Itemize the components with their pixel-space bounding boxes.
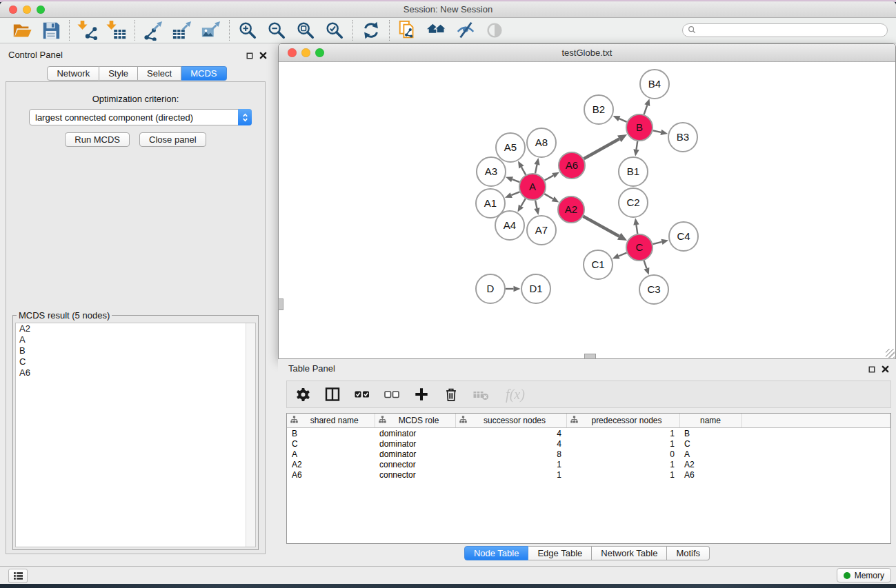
column-header-predecessor-nodes[interactable]: predecessor nodes — [566, 414, 679, 428]
export-image-button[interactable] — [199, 20, 223, 41]
table-cell[interactable]: dominator — [375, 449, 455, 459]
graph-edge-A-A4[interactable] — [521, 199, 526, 206]
table-cell[interactable]: 0 — [566, 449, 679, 459]
graph-node-A6[interactable]: A6 — [559, 152, 585, 179]
graph-node-A5[interactable]: A5 — [496, 133, 525, 162]
minimize-window-button[interactable] — [23, 6, 31, 14]
table-cell[interactable]: 4 — [455, 438, 566, 449]
mcds-list-scrollbar[interactable] — [246, 323, 255, 547]
zoom-out-button[interactable] — [265, 20, 288, 41]
table-row[interactable]: A2connector11A2 — [287, 459, 890, 469]
open-session-button[interactable] — [10, 20, 34, 41]
column-browser-button[interactable] — [323, 385, 341, 403]
graph-node-A8[interactable]: A8 — [527, 128, 556, 157]
close-table-panel-icon[interactable] — [882, 363, 889, 376]
graph-edge-A2-C[interactable] — [583, 216, 619, 236]
table-cell[interactable]: A — [287, 449, 375, 459]
close-panel-button[interactable]: Close panel — [139, 132, 206, 147]
graph-node-B3[interactable]: B3 — [668, 123, 697, 152]
table-cell[interactable]: A2 — [679, 459, 741, 469]
optimization-criterion-select[interactable]: largest connected component (directed) — [29, 109, 252, 125]
graph-edge-A-A8[interactable] — [535, 165, 537, 174]
graph-node-A4[interactable]: A4 — [495, 211, 524, 240]
zoom-fit-button[interactable] — [294, 20, 317, 41]
table-cell[interactable]: dominator — [375, 428, 455, 439]
graph-edge-A-A7[interactable] — [535, 201, 537, 209]
table-settings-button[interactable] — [294, 385, 312, 403]
graph-edge-B-B1[interactable] — [637, 141, 638, 150]
network-graph[interactable]: B4B2BB3A8A5A6B1A3AC2A1A2A4A7C4CC1DD1C3 — [279, 62, 895, 358]
table-cell[interactable]: A6 — [679, 469, 741, 480]
table-cell[interactable]: connector — [375, 459, 455, 469]
tab-edge-table[interactable]: Edge Table — [528, 546, 592, 560]
tab-network-table[interactable]: Network Table — [592, 546, 667, 560]
mcds-result-item[interactable]: A2 — [16, 323, 255, 334]
graph-edge-B-B3[interactable] — [653, 130, 661, 132]
tab-select[interactable]: Select — [138, 66, 181, 81]
memory-button[interactable]: Memory — [837, 568, 891, 582]
graph-edge-A-A3[interactable] — [512, 179, 520, 182]
graph-node-C[interactable]: C — [626, 234, 653, 261]
zoom-selected-button[interactable] — [323, 20, 346, 41]
table-cell[interactable]: 4 — [455, 428, 566, 439]
graph-edge-A-A1[interactable] — [511, 192, 519, 195]
import-network-button[interactable] — [76, 20, 99, 41]
graph-node-C3[interactable]: C3 — [639, 275, 668, 304]
network-minimize-button[interactable] — [301, 48, 310, 57]
graph-edge-A6-B[interactable] — [584, 139, 619, 159]
table-cell[interactable]: A6 — [287, 469, 375, 480]
run-mcds-button[interactable]: Run MCDS — [65, 132, 130, 147]
network-zoom-button[interactable] — [315, 48, 324, 57]
table-cell[interactable]: dominator — [375, 438, 455, 449]
column-header-successor-nodes[interactable]: successor nodes — [455, 414, 566, 428]
graph-node-A7[interactable]: A7 — [527, 216, 556, 245]
graph-edge-B-B4[interactable] — [644, 105, 648, 114]
export-table-button[interactable] — [170, 20, 194, 41]
tab-motifs[interactable]: Motifs — [667, 546, 710, 560]
window-resize-grip[interactable] — [886, 349, 895, 358]
table-cell[interactable]: A2 — [287, 459, 375, 469]
graph-node-C1[interactable]: C1 — [584, 250, 613, 279]
table-row[interactable]: Adominator80A — [287, 449, 890, 459]
float-panel-icon[interactable] — [246, 50, 253, 62]
graph-node-C2[interactable]: C2 — [619, 188, 648, 217]
graph-node-D[interactable]: D — [476, 274, 505, 303]
tab-mcds[interactable]: MCDS — [181, 66, 226, 81]
graph-node-C4[interactable]: C4 — [669, 222, 698, 251]
graph-edge-B-B2[interactable] — [619, 119, 627, 122]
column-header-name[interactable]: name — [679, 414, 741, 428]
mcds-result-item[interactable]: A6 — [16, 367, 255, 378]
mcds-result-item[interactable]: C — [16, 356, 255, 367]
deselect-all-button[interactable] — [383, 385, 401, 403]
table-row[interactable]: Cdominator41C — [287, 438, 890, 449]
table-cell[interactable]: 1 — [455, 469, 566, 480]
table-cell[interactable]: 1 — [566, 428, 679, 439]
refresh-layout-button[interactable] — [359, 20, 383, 41]
delete-column-button[interactable] — [442, 385, 460, 403]
session-home-button[interactable] — [425, 20, 448, 41]
network-from-clipboard-button[interactable] — [396, 20, 419, 41]
tab-network[interactable]: Network — [47, 66, 99, 81]
table-cell[interactable]: connector — [375, 469, 455, 480]
float-table-panel-icon[interactable] — [868, 363, 875, 376]
column-header-MCDS-role[interactable]: MCDS role — [375, 414, 455, 428]
table-cell[interactable]: C — [287, 438, 375, 449]
export-network-button[interactable] — [141, 20, 165, 41]
add-column-button[interactable] — [412, 385, 430, 403]
zoom-window-button[interactable] — [37, 6, 45, 14]
search-box[interactable] — [682, 23, 888, 37]
graph-edge-A-A6[interactable] — [545, 176, 554, 181]
table-row[interactable]: A6connector11A6 — [287, 469, 890, 480]
table-cell[interactable]: B — [679, 428, 741, 439]
table-cell[interactable]: 1 — [455, 459, 566, 469]
graph-node-B2[interactable]: B2 — [584, 95, 613, 124]
mcds-result-item[interactable]: B — [16, 345, 255, 356]
graph-node-A[interactable]: A — [519, 174, 546, 200]
graph-node-A2[interactable]: A2 — [558, 196, 584, 223]
graph-node-B1[interactable]: B1 — [619, 157, 648, 186]
table-cell[interactable]: B — [287, 428, 375, 439]
search-input[interactable] — [699, 25, 882, 36]
mcds-result-list[interactable]: A2ABCA6 — [15, 323, 256, 547]
network-canvas[interactable]: B4B2BB3A8A5A6B1A3AC2A1A2A4A7C4CC1DD1C3 — [279, 62, 895, 358]
table-cell[interactable]: A — [679, 449, 741, 459]
